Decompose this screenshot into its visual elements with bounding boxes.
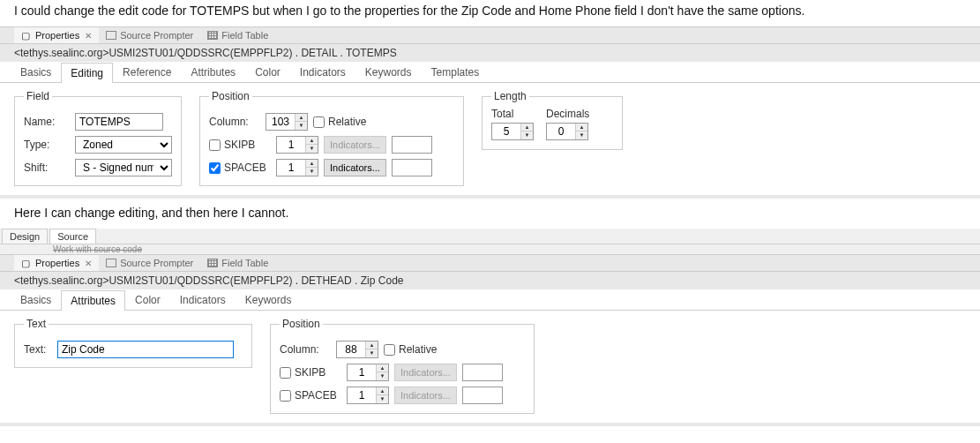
field-type-select[interactable]: Zoned: [75, 136, 172, 154]
tab-indicators-1[interactable]: Indicators: [290, 62, 355, 82]
column-spinner-1[interactable]: ▲▼: [266, 113, 308, 131]
field-name-label: Name:: [24, 116, 70, 128]
length-group: Length Total ▲▼ Decimals ▲▼: [482, 90, 623, 150]
tab-templates[interactable]: Templates: [422, 62, 490, 82]
tab-keywords-1[interactable]: Keywords: [355, 62, 422, 82]
spaceb-indicator-box-1: [392, 159, 432, 176]
properties-window-2: ▢ Properties ✕ Source Prompter Field Tab…: [0, 254, 980, 426]
source-prompter-icon: [106, 31, 116, 40]
spaceb-check-1[interactable]: SPACEB: [209, 161, 271, 174]
spaceb-check-2[interactable]: SPACEB: [280, 389, 341, 402]
tab-source-prompter[interactable]: Source Prompter: [99, 27, 200, 43]
total-spinner[interactable]: ▲▼: [491, 123, 534, 140]
text-legend: Text: [24, 318, 49, 330]
tab-design[interactable]: Design: [2, 229, 48, 244]
field-shift-label: Shift:: [24, 161, 70, 174]
skipb-input-1[interactable]: [277, 137, 305, 153]
field-group: Field Name: Type: Zoned Shift: S - Signe…: [14, 90, 182, 186]
work-with-source-code-label: Work with source code: [0, 244, 980, 254]
panel-tabs-2: ▢ Properties ✕ Source Prompter Field Tab…: [0, 254, 980, 272]
tab-attributes-1[interactable]: Attributes: [181, 62, 245, 82]
tab-indicators-2[interactable]: Indicators: [170, 289, 236, 310]
ws-tabs-1: Basics Editing Reference Attributes Colo…: [0, 62, 980, 83]
position-group-1: Position Column: ▲▼ Relative SKIPB ▲▼ In…: [199, 90, 464, 186]
close-icon-2[interactable]: ✕: [85, 259, 92, 268]
column-label-2: Column:: [280, 343, 331, 356]
decimals-input[interactable]: [547, 124, 575, 139]
spaceb-indicator-box-2: [462, 387, 503, 404]
tab-properties-2[interactable]: ▢ Properties ✕: [14, 255, 99, 271]
field-table-icon-2: [207, 259, 218, 267]
skipb-input-2[interactable]: [348, 364, 376, 380]
skipb-indicator-box-2: [462, 364, 503, 381]
column-input-1[interactable]: [266, 114, 295, 130]
tab-attributes-2[interactable]: Attributes: [61, 290, 125, 311]
field-legend: Field: [24, 90, 52, 102]
spaceb-spinner-1[interactable]: ▲▼: [276, 159, 318, 176]
spaceb-indicators-btn-2[interactable]: Indicators...: [394, 387, 457, 404]
skipb-indicators-btn-2[interactable]: Indicators...: [394, 364, 457, 381]
properties-icon: ▢: [21, 30, 32, 41]
breadcrumb-1: <tethys.sealinc.org>USMI2STU01/QDDSSRC(E…: [0, 44, 980, 62]
tab-basics-1[interactable]: Basics: [11, 62, 61, 82]
prop-body-2: Text Text: Position Column: ▲▼ Relative …: [0, 311, 980, 423]
tab-source[interactable]: Source: [49, 229, 96, 244]
tab-properties[interactable]: ▢ Properties ✕: [14, 27, 99, 43]
properties-window-1: ▢ Properties ✕ Source Prompter Field Tab…: [0, 26, 980, 199]
panel-tabs-1: ▢ Properties ✕ Source Prompter Field Tab…: [0, 26, 980, 44]
position-legend-2: Position: [280, 318, 323, 330]
total-label: Total: [491, 108, 513, 120]
column-label-1: Column:: [209, 116, 260, 128]
relative-check-1[interactable]: Relative: [313, 116, 366, 128]
spin-down-icon[interactable]: ▼: [295, 122, 307, 130]
field-name-input[interactable]: [75, 113, 163, 131]
prop-body-1: Field Name: Type: Zoned Shift: S - Signe…: [0, 83, 980, 195]
decimals-label: Decimals: [546, 108, 589, 120]
tab-color-2[interactable]: Color: [125, 289, 170, 310]
field-type-label: Type:: [24, 139, 70, 151]
text-input[interactable]: [57, 341, 234, 358]
tab-editing[interactable]: Editing: [61, 63, 113, 83]
spaceb-indicators-btn-1[interactable]: Indicators...: [324, 159, 386, 176]
decimals-spinner[interactable]: ▲▼: [546, 123, 588, 140]
description-text-2: Here I can change editing, and then here…: [0, 199, 980, 229]
tab-color-1[interactable]: Color: [245, 62, 290, 82]
design-source-tabs: Design Source: [0, 229, 980, 244]
tab-properties-label-2: Properties: [35, 258, 79, 268]
relative-check-2[interactable]: Relative: [384, 343, 437, 356]
tab-field-table[interactable]: Field Table: [200, 27, 275, 43]
close-icon[interactable]: ✕: [85, 31, 92, 41]
properties-icon-2: ▢: [21, 258, 32, 268]
skipb-spinner-1[interactable]: ▲▼: [276, 136, 318, 154]
column-input-2[interactable]: [337, 342, 365, 357]
total-input[interactable]: [492, 124, 520, 139]
spaceb-input-2[interactable]: [348, 387, 376, 403]
tab-source-prompter-label-2: Source Prompter: [120, 258, 193, 268]
source-prompter-icon-2: [106, 259, 116, 267]
tab-basics-2[interactable]: Basics: [11, 289, 61, 310]
breadcrumb-2: <tethys.sealinc.org>USMI2STU01/QDDSSRC(E…: [0, 272, 980, 289]
position-legend-1: Position: [209, 90, 252, 102]
tab-source-prompter-label: Source Prompter: [120, 30, 193, 41]
skipb-check-2[interactable]: SKIPB: [280, 366, 341, 379]
skipb-check-1[interactable]: SKIPB: [209, 139, 271, 151]
skipb-indicators-btn-1[interactable]: Indicators...: [324, 136, 386, 154]
tab-keywords-2[interactable]: Keywords: [236, 289, 302, 310]
tab-field-table-label: Field Table: [221, 30, 268, 41]
tab-properties-label: Properties: [35, 30, 79, 41]
column-spinner-2[interactable]: ▲▼: [336, 341, 378, 358]
spaceb-input-1[interactable]: [277, 160, 305, 176]
length-legend: Length: [491, 90, 529, 102]
tab-source-prompter-2[interactable]: Source Prompter: [99, 255, 200, 271]
skipb-spinner-2[interactable]: ▲▼: [347, 364, 389, 381]
tab-reference[interactable]: Reference: [113, 62, 181, 82]
field-table-icon: [207, 31, 218, 40]
spaceb-spinner-2[interactable]: ▲▼: [347, 387, 389, 404]
tab-field-table-2[interactable]: Field Table: [200, 255, 275, 271]
description-text-1: I could change the edit code for TOTEMPS…: [0, 0, 980, 26]
spin-up-icon[interactable]: ▲: [295, 114, 307, 122]
position-group-2: Position Column: ▲▼ Relative SKIPB ▲▼ In…: [270, 318, 535, 414]
text-group: Text Text:: [14, 318, 252, 368]
tab-field-table-label-2: Field Table: [221, 258, 268, 268]
field-shift-select[interactable]: S - Signed numer: [75, 159, 172, 176]
